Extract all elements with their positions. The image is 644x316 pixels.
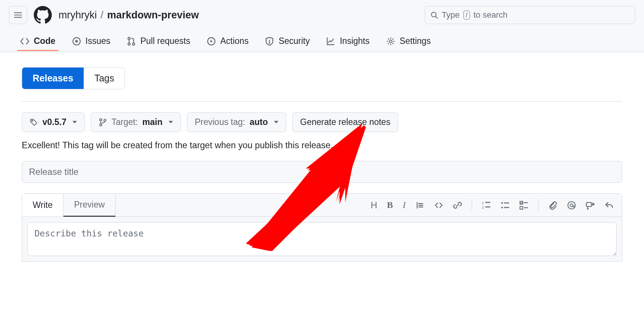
tab-tags[interactable]: Tags	[84, 68, 125, 89]
svg-rect-20	[504, 207, 509, 208]
tag-value: v0.5.7	[42, 117, 66, 127]
svg-text:2: 2	[482, 206, 484, 209]
heading-icon[interactable]: H	[371, 200, 377, 211]
breadcrumb-repo[interactable]: markdown-preview	[107, 9, 199, 21]
svg-rect-16	[485, 206, 491, 208]
nav-issues-label: Issues	[86, 36, 110, 46]
release-title-input[interactable]	[22, 161, 622, 183]
divider	[22, 101, 622, 102]
svg-point-9	[32, 120, 33, 121]
svg-point-25	[568, 202, 575, 209]
target-value: main	[142, 117, 163, 127]
nav-code[interactable]: Code	[14, 32, 62, 52]
description-editor: Write Preview H B I 12	[22, 193, 622, 262]
generate-release-notes-button[interactable]: Generate release notes	[292, 112, 398, 132]
nav-settings[interactable]: Settings	[379, 32, 438, 52]
nav-issues[interactable]: Issues	[65, 32, 117, 52]
breadcrumb-owner[interactable]: mryhryki	[59, 9, 97, 21]
ordered-list-icon[interactable]: 12	[482, 201, 491, 210]
tag-selector[interactable]: v0.5.7	[22, 112, 85, 132]
cross-reference-icon[interactable]	[586, 201, 595, 210]
bold-icon[interactable]: B	[387, 200, 393, 210]
nav-insights[interactable]: Insights	[319, 32, 376, 52]
svg-point-7	[269, 42, 270, 43]
toolbar-separator	[538, 200, 539, 211]
caret-down-icon	[169, 121, 173, 123]
release-description-textarea[interactable]	[27, 222, 617, 256]
previous-tag-value: auto	[250, 117, 268, 127]
content: Releases Tags v0.5.7 Target: main Previo…	[0, 52, 644, 277]
task-list-icon[interactable]	[519, 201, 528, 210]
top-bar: mryhryki / markdown-preview Type / to se…	[0, 0, 644, 52]
nav-security[interactable]: Security	[258, 32, 316, 52]
generate-label: Generate release notes	[300, 117, 390, 127]
svg-rect-19	[504, 202, 509, 203]
breadcrumb-separator: /	[101, 9, 104, 21]
nav-insights-label: Insights	[340, 36, 369, 46]
tab-releases[interactable]: Releases	[22, 68, 84, 89]
target-selector[interactable]: Target: main	[91, 112, 181, 132]
link-icon[interactable]	[453, 201, 462, 210]
nav-actions-label: Actions	[220, 36, 248, 46]
top-bar-row: mryhryki / markdown-preview Type / to se…	[9, 6, 635, 32]
hamburger-menu-button[interactable]	[9, 6, 27, 24]
code-icon[interactable]	[434, 201, 443, 210]
breadcrumb: mryhryki / markdown-preview	[59, 9, 199, 21]
repo-nav: Code Issues Pull requests Actions Securi…	[9, 32, 635, 52]
search-shortcut-key: /	[463, 11, 470, 20]
svg-point-3	[128, 37, 130, 39]
unordered-list-icon[interactable]	[501, 201, 510, 210]
svg-rect-15	[485, 202, 491, 203]
code-icon	[20, 37, 29, 46]
previous-tag-selector[interactable]: Previous tag: auto	[187, 112, 286, 132]
svg-point-8	[389, 40, 392, 42]
tag-icon	[30, 118, 38, 126]
svg-point-4	[128, 43, 130, 45]
nav-pull-requests[interactable]: Pull requests	[120, 32, 197, 52]
svg-rect-24	[524, 207, 528, 208]
releases-tags-switch: Releases Tags	[22, 67, 125, 89]
nav-security-label: Security	[278, 36, 310, 46]
attach-icon[interactable]	[548, 201, 557, 210]
quote-icon[interactable]	[415, 201, 424, 210]
svg-text:1: 1	[482, 201, 484, 205]
nav-code-label: Code	[34, 36, 56, 46]
previous-tag-label: Previous tag:	[195, 117, 245, 127]
svg-point-26	[570, 204, 573, 207]
actions-icon	[207, 37, 216, 46]
issues-icon	[72, 37, 81, 46]
pull-request-icon	[127, 37, 136, 46]
release-controls-row: v0.5.7 Target: main Previous tag: auto G…	[22, 112, 622, 132]
search-placeholder-prefix: Type	[442, 10, 460, 20]
gear-icon	[386, 37, 395, 46]
editor-tab-preview[interactable]: Preview	[63, 194, 116, 217]
reply-icon[interactable]	[605, 201, 614, 210]
nav-actions[interactable]: Actions	[200, 32, 255, 52]
svg-rect-27	[587, 202, 592, 206]
github-logo-icon[interactable]	[34, 6, 52, 24]
hamburger-icon	[14, 11, 22, 19]
search-input[interactable]: Type / to search	[425, 6, 635, 24]
svg-point-5	[132, 43, 135, 45]
svg-point-11	[100, 124, 102, 126]
svg-rect-23	[520, 206, 523, 209]
italic-icon[interactable]: I	[403, 200, 406, 210]
target-label: Target:	[111, 117, 138, 127]
tag-hint-text: Excellent! This tag will be created from…	[22, 140, 622, 150]
svg-point-12	[104, 119, 106, 121]
search-placeholder-suffix: to search	[474, 10, 508, 20]
toolbar-separator	[472, 200, 472, 211]
caret-down-icon	[274, 121, 278, 123]
svg-point-18	[501, 206, 503, 208]
mention-icon[interactable]	[567, 201, 576, 210]
search-icon	[430, 11, 438, 19]
nav-pulls-label: Pull requests	[140, 36, 190, 46]
svg-rect-22	[524, 202, 528, 203]
security-icon	[265, 37, 274, 46]
insights-icon	[326, 37, 335, 46]
editor-tab-write[interactable]: Write	[22, 194, 63, 217]
svg-point-17	[501, 202, 503, 204]
branch-icon	[99, 118, 107, 126]
svg-point-10	[100, 119, 102, 121]
svg-point-2	[75, 40, 77, 42]
